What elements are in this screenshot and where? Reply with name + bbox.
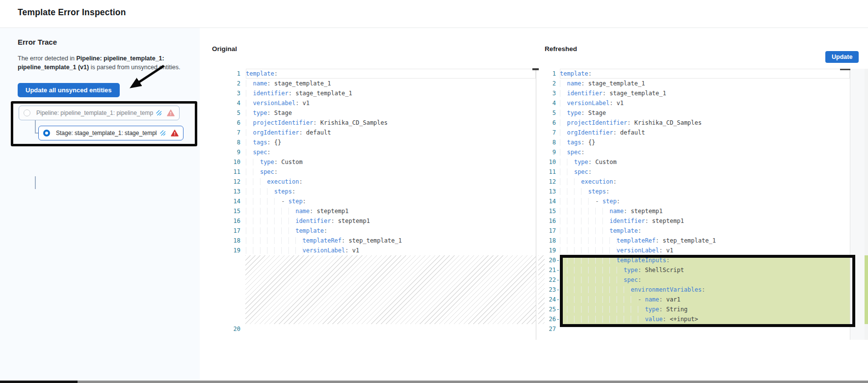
line-number: 19 (212, 246, 240, 255)
line-number: 4 (212, 98, 240, 108)
code-line: 2 name: stage_template_1 (212, 79, 536, 88)
code-line: 18 templateRef: step_template_1 (538, 236, 850, 246)
code-line: 13 steps: (538, 187, 850, 196)
code-text: projectIdentifier: Krishika_CD_Samples (246, 118, 536, 128)
diff-marker (556, 216, 560, 226)
diff-marker: - (556, 295, 560, 304)
diff-marker (556, 98, 560, 108)
diff-marker (556, 324, 560, 334)
line-number: 15 (538, 206, 556, 216)
line-number: 16 (212, 216, 240, 226)
code-line: 11 spec: (212, 167, 536, 177)
diff-marker (240, 187, 246, 196)
code-text: versionLabel: v1 (560, 246, 850, 255)
update-all-unsynced-entities-button[interactable]: Update all unsynced entities (18, 83, 120, 97)
diff-marker (556, 177, 560, 187)
code-line: 1template: (538, 69, 850, 79)
code-line: 5 type: Stage (538, 108, 850, 118)
code-line: 10 type: Custom (212, 157, 536, 167)
code-text: template: (560, 69, 850, 79)
code-text: type: Custom (246, 157, 536, 167)
code-line: 10 type: Custom (538, 157, 850, 167)
code-text: tags: {} (560, 137, 850, 147)
line-number: 14 (538, 196, 556, 206)
diff-marker (240, 236, 246, 246)
line-number: 7 (212, 128, 240, 137)
page-title: Template Error Inspection (18, 7, 126, 18)
diff-marker (240, 206, 246, 216)
line-number: 13 (538, 187, 556, 196)
original-yaml-editor[interactable]: 1template:2 name: stage_template_13 iden… (212, 69, 536, 340)
error-description: The error detected in Pipeline: pipeline… (18, 55, 188, 72)
line-number: 5 (538, 108, 556, 118)
line-number: 6 (538, 118, 556, 128)
code-line: 12 execution: (538, 177, 850, 187)
error-trace-heading: Error Trace (18, 38, 57, 46)
code-text: steps: (560, 187, 850, 196)
line-number: 11 (538, 167, 556, 177)
line-number: 2 (212, 79, 240, 88)
added-lines-annotation-box (560, 255, 855, 327)
diff-gap-hatch (245, 255, 536, 324)
diff-gap-hatch (538, 255, 545, 324)
diff-marker (240, 88, 246, 98)
code-text: execution: (246, 177, 536, 187)
code-line: 13 steps: (212, 187, 536, 196)
diff-marker (556, 196, 560, 206)
diff-marker (240, 79, 246, 88)
code-text: - step: (560, 196, 850, 206)
code-text: execution: (560, 177, 850, 187)
code-line: 15 name: steptemp1 (538, 206, 850, 216)
code-line: 4 versionLabel: v1 (212, 98, 536, 108)
diff-marker (556, 79, 560, 88)
code-text: templateRef: step_template_1 (560, 236, 850, 246)
line-number: 11 (212, 167, 240, 177)
code-line: 18 templateRef: step_template_1 (212, 236, 536, 246)
code-text: - step: (246, 196, 536, 206)
diff-marker (240, 196, 246, 206)
code-text: type: Custom (560, 157, 850, 167)
code-text: name: steptemp1 (560, 206, 850, 216)
diff-marker (240, 108, 246, 118)
line-number: 13 (212, 187, 240, 196)
line-number: 6 (212, 118, 240, 128)
code-line: 4 versionLabel: v1 (538, 98, 850, 108)
code-line: 7 orgIdentifier: default (538, 128, 850, 137)
diff-marker (240, 137, 246, 147)
line-number: 27 (538, 324, 556, 334)
diff-marker (240, 177, 246, 187)
code-line: 14 - step: (538, 196, 850, 206)
code-line: 17 template: (538, 226, 850, 236)
code-line: 9 spec: (212, 147, 536, 157)
line-number: 15 (212, 206, 240, 216)
line-number: 1 (212, 69, 240, 79)
diff-marker: - (556, 265, 560, 275)
code-text: identifier: steptemp1 (246, 216, 536, 226)
diff-marker (240, 324, 246, 334)
update-button[interactable]: Update (825, 51, 859, 63)
code-line: 15 name: steptemp1 (212, 206, 536, 216)
code-text: steps: (246, 187, 536, 196)
horizontal-scrollbar-thumb[interactable] (0, 381, 78, 383)
error-trace-sidebar: Error Trace The error detected in Pipeli… (0, 28, 200, 381)
code-text: template: (246, 69, 536, 79)
code-text: name: steptemp1 (246, 206, 536, 216)
line-number: 18 (212, 236, 240, 246)
code-line: 20 (212, 324, 536, 334)
code-line: 8 tags: {} (538, 137, 850, 147)
line-number: 16 (538, 216, 556, 226)
line-number: 19 (538, 246, 556, 255)
template-error-inspection-page: Template Error Inspection Error Trace Th… (0, 0, 868, 383)
code-line: 19 versionLabel: v1 (538, 246, 850, 255)
code-text: identifier: steptemp1 (560, 216, 850, 226)
line-number: 14 (212, 196, 240, 206)
code-text: identifier: stage_template_1 (560, 88, 850, 98)
diff-marker (240, 157, 246, 167)
error-description-prefix: The error detected in (18, 55, 77, 62)
code-text: template: (560, 226, 850, 236)
horizontal-scrollbar-track[interactable] (0, 381, 868, 383)
code-text: versionLabel: v1 (246, 98, 536, 108)
diff-marker (556, 69, 560, 79)
code-line: 9 spec: (538, 147, 850, 157)
code-text: spec: (560, 147, 850, 157)
